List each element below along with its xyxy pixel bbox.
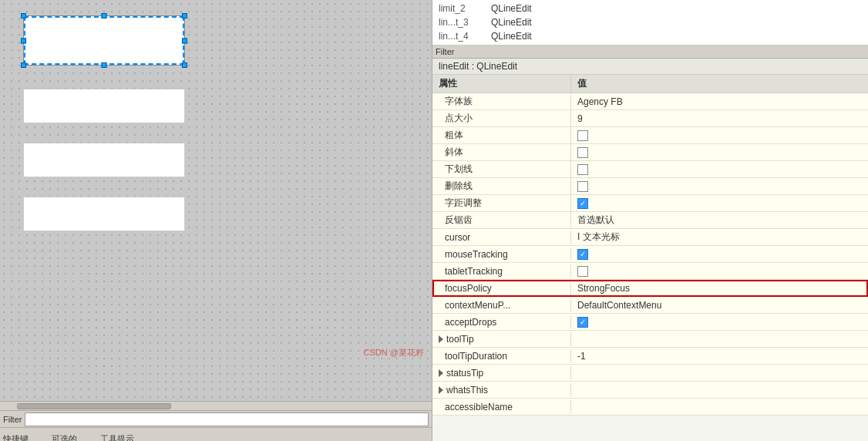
prop-value-tooltip bbox=[571, 338, 868, 341]
handle-bottom-center[interactable] bbox=[102, 62, 107, 68]
prop-row-status-tip[interactable]: statusTip bbox=[432, 365, 868, 382]
expand-arrow-tooltip[interactable] bbox=[439, 335, 443, 343]
prop-row-focus-policy[interactable]: focusPolicy StrongFocus bbox=[432, 280, 868, 297]
prop-value-italic[interactable] bbox=[571, 146, 868, 160]
checkbox-underline[interactable] bbox=[577, 164, 588, 175]
prop-row-font-size[interactable]: 点大小 9 bbox=[432, 110, 868, 127]
widget-name-2: lin...t_4 bbox=[439, 31, 485, 42]
prop-row-mouse-tracking[interactable]: mouseTracking bbox=[432, 246, 868, 263]
prop-value-context-menu: DefaultContextMenu bbox=[571, 298, 868, 312]
widget-2[interactable] bbox=[23, 89, 185, 123]
handle-top-center[interactable] bbox=[102, 13, 107, 19]
prop-value-bold[interactable] bbox=[571, 129, 868, 143]
checkbox-kerning[interactable] bbox=[577, 198, 588, 209]
left-filter-label: Filter bbox=[3, 415, 22, 424]
expand-arrow-whats-this[interactable] bbox=[439, 386, 443, 394]
prop-value-tablet-tracking[interactable] bbox=[571, 264, 868, 278]
right-filter-row: Filter bbox=[432, 45, 868, 59]
prop-value-kerning[interactable] bbox=[571, 197, 868, 210]
prop-row-cursor[interactable]: cursor I 文本光标 bbox=[432, 229, 868, 246]
widget-type-1: QLineEdit bbox=[491, 17, 532, 28]
left-filter-input[interactable] bbox=[25, 412, 429, 426]
widget-name-0: limit_2 bbox=[439, 3, 485, 14]
prop-row-italic[interactable]: 斜体 bbox=[432, 144, 868, 161]
handle-mid-right[interactable] bbox=[182, 38, 187, 43]
canvas-area[interactable]: CSDN @菜花籽 bbox=[0, 0, 432, 401]
prop-row-bold[interactable]: 粗体 bbox=[432, 127, 868, 144]
widget-3[interactable] bbox=[23, 143, 185, 177]
selected-widget[interactable] bbox=[23, 15, 185, 66]
prop-name-font-size: 点大小 bbox=[432, 110, 571, 126]
prop-name-cursor: cursor bbox=[432, 231, 571, 244]
widget-list-item[interactable]: limit_2 QLineEdit bbox=[432, 2, 868, 15]
prop-value-mouse-tracking[interactable] bbox=[571, 247, 868, 261]
left-bottom-bar: Filter 快捷键 可选的 工具提示 bbox=[0, 410, 432, 441]
prop-value-font-size: 9 bbox=[571, 112, 868, 126]
prop-name-font-family: 字体族 bbox=[432, 93, 571, 109]
prop-name-strikethrough: 删除线 bbox=[432, 178, 571, 194]
prop-name-kerning: 字距调整 bbox=[432, 195, 571, 211]
col-selectable: 可选的 bbox=[52, 433, 77, 441]
expand-arrow-status-tip[interactable] bbox=[439, 369, 443, 377]
designer-canvas: CSDN @菜花籽 Filter 快捷键 可选的 工具提示 bbox=[0, 0, 432, 441]
prop-row-underline[interactable]: 下划线 bbox=[432, 161, 868, 178]
prop-header: 属性 值 bbox=[432, 75, 868, 93]
widget-list: limit_2 QLineEdit lin...t_3 QLineEdit li… bbox=[432, 0, 868, 45]
checkbox-italic[interactable] bbox=[577, 147, 588, 158]
prop-row-context-menu[interactable]: contextMenuP... DefaultContextMenu bbox=[432, 297, 868, 314]
prop-row-antialiasing[interactable]: 反锯齿 首选默认 bbox=[432, 212, 868, 229]
prop-value-antialiasing: 首选默认 bbox=[571, 212, 868, 228]
widget-list-item[interactable]: lin...t_3 QLineEdit bbox=[432, 15, 868, 29]
prop-row-strikethrough[interactable]: 删除线 bbox=[432, 178, 868, 195]
handle-mid-left[interactable] bbox=[21, 38, 26, 43]
prop-value-accessible-name bbox=[571, 406, 868, 409]
prop-row-kerning[interactable]: 字距调整 bbox=[432, 195, 868, 212]
prop-name-whats-this: whatsThis bbox=[432, 383, 571, 397]
prop-value-whats-this bbox=[571, 389, 868, 392]
widget-list-item[interactable]: lin...t_4 QLineEdit bbox=[432, 29, 868, 43]
prop-value-strikethrough[interactable] bbox=[571, 180, 868, 194]
handle-top-left[interactable] bbox=[21, 13, 26, 19]
prop-value-accept-drops[interactable] bbox=[571, 315, 868, 329]
prop-row-whats-this[interactable]: whatsThis bbox=[432, 382, 868, 399]
widget-type-0: QLineEdit bbox=[491, 3, 532, 14]
checkbox-tablet-tracking[interactable] bbox=[577, 266, 588, 277]
property-panel: limit_2 QLineEdit lin...t_3 QLineEdit li… bbox=[432, 0, 868, 441]
prop-name-status-tip: statusTip bbox=[432, 366, 571, 380]
prop-name-tooltip-duration: toolTipDuration bbox=[432, 349, 571, 363]
checkbox-mouse-tracking[interactable] bbox=[577, 249, 588, 260]
property-table[interactable]: 属性 值 字体族 Agency FB 点大小 9 粗体 斜体 bbox=[432, 75, 868, 441]
prop-name-context-menu: contextMenuP... bbox=[432, 298, 571, 312]
handle-bottom-left[interactable] bbox=[21, 62, 26, 68]
scrollbar-thumb[interactable] bbox=[17, 403, 171, 409]
checkbox-accept-drops[interactable] bbox=[577, 317, 588, 328]
bottom-columns: 快捷键 可选的 工具提示 bbox=[0, 428, 432, 441]
watermark: CSDN @菜花籽 bbox=[364, 347, 424, 359]
selected-widget-label: lineEdit : QLineEdit bbox=[432, 59, 868, 75]
prop-value-status-tip bbox=[571, 372, 868, 375]
prop-name-accept-drops: acceptDrops bbox=[432, 315, 571, 329]
checkbox-bold[interactable] bbox=[577, 130, 588, 141]
handle-bottom-right[interactable] bbox=[182, 62, 187, 68]
prop-row-accept-drops[interactable]: acceptDrops bbox=[432, 314, 868, 331]
prop-row-tablet-tracking[interactable]: tabletTracking bbox=[432, 263, 868, 280]
prop-name-tooltip: toolTip bbox=[432, 332, 571, 346]
prop-row-tooltip[interactable]: toolTip bbox=[432, 331, 868, 348]
prop-value-underline[interactable] bbox=[571, 163, 868, 177]
prop-value-font-family: Agency FB bbox=[571, 95, 868, 109]
prop-name-mouse-tracking: mouseTracking bbox=[432, 247, 571, 261]
right-filter-label: Filter bbox=[436, 47, 454, 56]
prop-value-focus-policy: StrongFocus bbox=[571, 281, 868, 295]
header-name: 属性 bbox=[432, 75, 571, 93]
widget-4[interactable] bbox=[23, 197, 185, 231]
prop-name-underline: 下划线 bbox=[432, 161, 571, 177]
horizontal-scrollbar[interactable] bbox=[0, 401, 432, 410]
prop-row-accessible-name[interactable]: accessibleName bbox=[432, 399, 868, 416]
prop-row-font-family[interactable]: 字体族 Agency FB bbox=[432, 93, 868, 110]
checkbox-strikethrough[interactable] bbox=[577, 181, 588, 192]
selection-border bbox=[24, 16, 184, 65]
prop-name-tablet-tracking: tabletTracking bbox=[432, 264, 571, 278]
handle-top-right[interactable] bbox=[182, 13, 187, 19]
prop-value-tooltip-duration: -1 bbox=[571, 349, 868, 363]
prop-row-tooltip-duration[interactable]: toolTipDuration -1 bbox=[432, 348, 868, 365]
